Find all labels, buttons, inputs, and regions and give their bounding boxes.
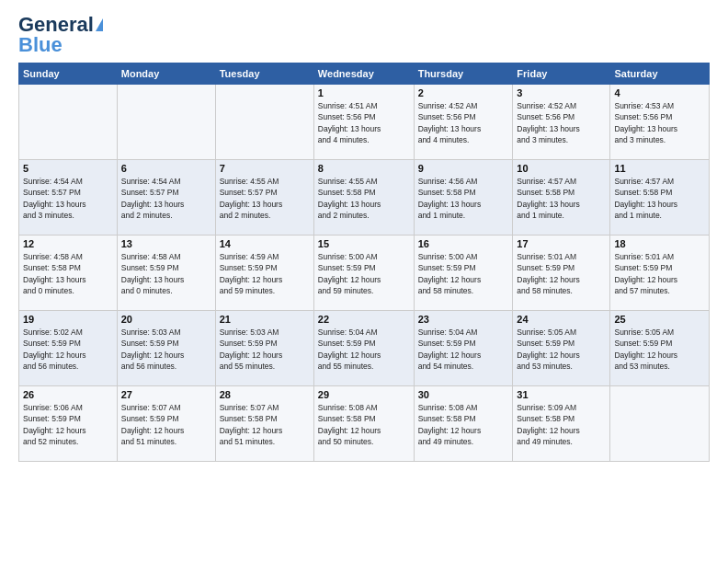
day-header-sunday: Sunday xyxy=(19,63,118,85)
day-header-tuesday: Tuesday xyxy=(215,63,313,85)
day-number: 1 xyxy=(318,87,410,98)
calendar-cell: 15Sunrise: 5:00 AM Sunset: 5:59 PM Dayli… xyxy=(313,236,414,311)
week-row-4: 19Sunrise: 5:02 AM Sunset: 5:59 PM Dayli… xyxy=(19,311,710,386)
calendar-cell: 24Sunrise: 5:05 AM Sunset: 5:59 PM Dayli… xyxy=(513,311,610,386)
day-info: Sunrise: 5:07 AM Sunset: 5:59 PM Dayligh… xyxy=(121,402,211,447)
day-number: 7 xyxy=(220,163,310,174)
day-info: Sunrise: 4:55 AM Sunset: 5:58 PM Dayligh… xyxy=(318,176,410,221)
day-number: 26 xyxy=(23,389,113,400)
day-number: 19 xyxy=(23,314,113,325)
day-info: Sunrise: 4:59 AM Sunset: 5:59 PM Dayligh… xyxy=(220,251,310,296)
page-container: General Blue SundayMondayTuesdayWednesda… xyxy=(0,0,728,471)
calendar-cell: 7Sunrise: 4:55 AM Sunset: 5:57 PM Daylig… xyxy=(215,160,313,236)
calendar-cell: 29Sunrise: 5:08 AM Sunset: 5:58 PM Dayli… xyxy=(313,386,414,462)
day-info: Sunrise: 4:54 AM Sunset: 5:57 PM Dayligh… xyxy=(23,176,113,221)
calendar-cell: 14Sunrise: 4:59 AM Sunset: 5:59 PM Dayli… xyxy=(215,236,313,311)
day-header-monday: Monday xyxy=(117,63,215,85)
calendar-cell: 10Sunrise: 4:57 AM Sunset: 5:58 PM Dayli… xyxy=(513,160,610,236)
day-info: Sunrise: 5:00 AM Sunset: 5:59 PM Dayligh… xyxy=(318,251,410,296)
calendar-cell: 21Sunrise: 5:03 AM Sunset: 5:59 PM Dayli… xyxy=(215,311,313,386)
day-info: Sunrise: 5:08 AM Sunset: 5:58 PM Dayligh… xyxy=(318,402,410,447)
day-number: 10 xyxy=(517,163,606,174)
day-number: 23 xyxy=(418,314,509,325)
calendar-cell: 26Sunrise: 5:06 AM Sunset: 5:59 PM Dayli… xyxy=(19,386,118,462)
day-number: 21 xyxy=(220,314,310,325)
calendar-cell: 11Sunrise: 4:57 AM Sunset: 5:58 PM Dayli… xyxy=(610,160,710,236)
day-info: Sunrise: 5:04 AM Sunset: 5:59 PM Dayligh… xyxy=(418,327,509,372)
day-info: Sunrise: 4:58 AM Sunset: 5:58 PM Dayligh… xyxy=(23,251,113,296)
day-info: Sunrise: 4:57 AM Sunset: 5:58 PM Dayligh… xyxy=(614,176,705,221)
calendar-cell xyxy=(117,85,215,160)
day-info: Sunrise: 5:01 AM Sunset: 5:59 PM Dayligh… xyxy=(517,251,606,296)
day-number: 14 xyxy=(220,238,310,249)
day-number: 27 xyxy=(121,389,211,400)
logo: General Blue xyxy=(18,15,103,55)
calendar-cell: 4Sunrise: 4:53 AM Sunset: 5:56 PM Daylig… xyxy=(610,85,710,160)
day-header-wednesday: Wednesday xyxy=(313,63,414,85)
day-number: 18 xyxy=(614,238,705,249)
day-number: 17 xyxy=(517,238,606,249)
day-number: 20 xyxy=(121,314,211,325)
day-info: Sunrise: 4:51 AM Sunset: 5:56 PM Dayligh… xyxy=(318,100,410,145)
day-info: Sunrise: 4:56 AM Sunset: 5:58 PM Dayligh… xyxy=(418,176,509,221)
week-row-3: 12Sunrise: 4:58 AM Sunset: 5:58 PM Dayli… xyxy=(19,236,710,311)
day-number: 28 xyxy=(220,389,310,400)
calendar-cell: 9Sunrise: 4:56 AM Sunset: 5:58 PM Daylig… xyxy=(414,160,513,236)
calendar-cell: 3Sunrise: 4:52 AM Sunset: 5:56 PM Daylig… xyxy=(513,85,610,160)
calendar-cell xyxy=(19,85,118,160)
calendar-cell: 1Sunrise: 4:51 AM Sunset: 5:56 PM Daylig… xyxy=(313,85,414,160)
day-number: 6 xyxy=(121,163,211,174)
calendar-cell: 28Sunrise: 5:07 AM Sunset: 5:58 PM Dayli… xyxy=(215,386,313,462)
calendar-cell: 18Sunrise: 5:01 AM Sunset: 5:59 PM Dayli… xyxy=(610,236,710,311)
day-info: Sunrise: 4:58 AM Sunset: 5:59 PM Dayligh… xyxy=(121,251,211,296)
calendar-cell: 2Sunrise: 4:52 AM Sunset: 5:56 PM Daylig… xyxy=(414,85,513,160)
day-info: Sunrise: 5:02 AM Sunset: 5:59 PM Dayligh… xyxy=(23,327,113,372)
day-info: Sunrise: 5:05 AM Sunset: 5:59 PM Dayligh… xyxy=(614,327,705,372)
calendar-cell: 27Sunrise: 5:07 AM Sunset: 5:59 PM Dayli… xyxy=(117,386,215,462)
day-info: Sunrise: 5:08 AM Sunset: 5:58 PM Dayligh… xyxy=(418,402,509,447)
day-header-friday: Friday xyxy=(513,63,610,85)
day-info: Sunrise: 5:09 AM Sunset: 5:58 PM Dayligh… xyxy=(517,402,606,447)
calendar-cell: 13Sunrise: 4:58 AM Sunset: 5:59 PM Dayli… xyxy=(117,236,215,311)
calendar-cell: 16Sunrise: 5:00 AM Sunset: 5:59 PM Dayli… xyxy=(414,236,513,311)
day-info: Sunrise: 4:52 AM Sunset: 5:56 PM Dayligh… xyxy=(418,100,509,145)
day-header-thursday: Thursday xyxy=(414,63,513,85)
day-number: 24 xyxy=(517,314,606,325)
day-number: 9 xyxy=(418,163,509,174)
logo-triangle-icon xyxy=(96,18,103,31)
day-info: Sunrise: 4:55 AM Sunset: 5:57 PM Dayligh… xyxy=(220,176,310,221)
calendar-cell: 23Sunrise: 5:04 AM Sunset: 5:59 PM Dayli… xyxy=(414,311,513,386)
calendar-cell: 20Sunrise: 5:03 AM Sunset: 5:59 PM Dayli… xyxy=(117,311,215,386)
day-number: 12 xyxy=(23,238,113,249)
day-info: Sunrise: 5:07 AM Sunset: 5:58 PM Dayligh… xyxy=(220,402,310,447)
logo-text-blue: Blue xyxy=(18,35,63,55)
day-number: 22 xyxy=(318,314,410,325)
calendar-cell: 25Sunrise: 5:05 AM Sunset: 5:59 PM Dayli… xyxy=(610,311,710,386)
days-header-row: SundayMondayTuesdayWednesdayThursdayFrid… xyxy=(19,63,710,85)
day-number: 13 xyxy=(121,238,211,249)
week-row-1: 1Sunrise: 4:51 AM Sunset: 5:56 PM Daylig… xyxy=(19,85,710,160)
day-info: Sunrise: 5:06 AM Sunset: 5:59 PM Dayligh… xyxy=(23,402,113,447)
day-number: 5 xyxy=(23,163,113,174)
day-info: Sunrise: 4:54 AM Sunset: 5:57 PM Dayligh… xyxy=(121,176,211,221)
day-info: Sunrise: 4:53 AM Sunset: 5:56 PM Dayligh… xyxy=(614,100,705,145)
day-number: 16 xyxy=(418,238,509,249)
calendar-cell xyxy=(610,386,710,462)
calendar-cell: 8Sunrise: 4:55 AM Sunset: 5:58 PM Daylig… xyxy=(313,160,414,236)
week-row-2: 5Sunrise: 4:54 AM Sunset: 5:57 PM Daylig… xyxy=(19,160,710,236)
day-info: Sunrise: 5:00 AM Sunset: 5:59 PM Dayligh… xyxy=(418,251,509,296)
day-number: 4 xyxy=(614,87,705,98)
logo-text-general: General xyxy=(18,15,94,35)
day-info: Sunrise: 5:01 AM Sunset: 5:59 PM Dayligh… xyxy=(614,251,705,296)
calendar-cell xyxy=(215,85,313,160)
calendar-table: SundayMondayTuesdayWednesdayThursdayFrid… xyxy=(18,63,710,462)
header: General Blue xyxy=(18,15,710,55)
day-info: Sunrise: 5:03 AM Sunset: 5:59 PM Dayligh… xyxy=(220,327,310,372)
day-info: Sunrise: 5:05 AM Sunset: 5:59 PM Dayligh… xyxy=(517,327,606,372)
day-info: Sunrise: 5:04 AM Sunset: 5:59 PM Dayligh… xyxy=(318,327,410,372)
calendar-cell: 5Sunrise: 4:54 AM Sunset: 5:57 PM Daylig… xyxy=(19,160,118,236)
day-info: Sunrise: 4:52 AM Sunset: 5:56 PM Dayligh… xyxy=(517,100,606,145)
day-number: 29 xyxy=(318,389,410,400)
day-number: 30 xyxy=(418,389,509,400)
day-info: Sunrise: 5:03 AM Sunset: 5:59 PM Dayligh… xyxy=(121,327,211,372)
